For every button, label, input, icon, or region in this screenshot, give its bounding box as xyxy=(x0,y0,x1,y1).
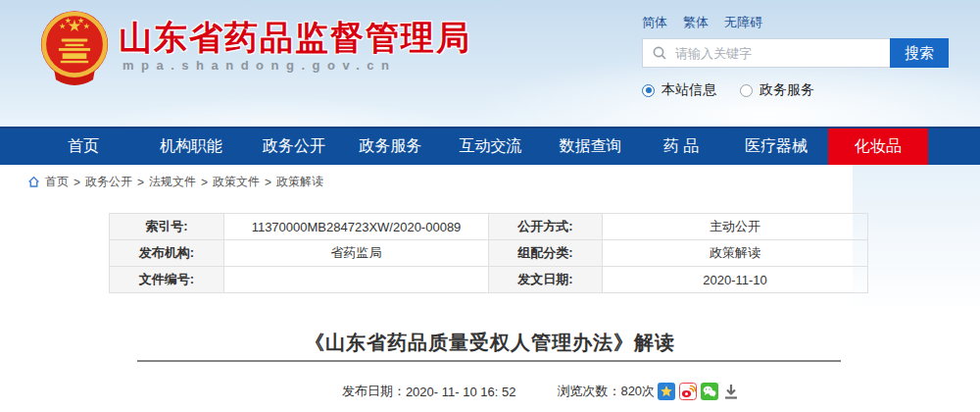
site-title: 山东省药品监督管理局 xyxy=(119,16,471,61)
link-accessibility[interactable]: 无障碍 xyxy=(724,14,762,31)
home-icon[interactable] xyxy=(27,176,40,188)
nav-item-drugs[interactable]: 药 品 xyxy=(638,129,724,165)
wechat-share-icon[interactable] xyxy=(701,383,718,400)
publish-date-label: 发布日期： xyxy=(342,383,406,400)
document-info-table: 索引号: 11370000MB284723XW/2020-00089 公开方式:… xyxy=(109,213,868,293)
nav-item-interaction[interactable]: 互动交流 xyxy=(438,129,543,165)
file-number-value xyxy=(224,267,489,293)
download-icon[interactable] xyxy=(722,383,740,400)
nav-item-home[interactable]: 首页 xyxy=(29,129,137,165)
views-value: 820次 xyxy=(620,383,655,400)
search-bar: 搜索 xyxy=(642,38,949,68)
radio-dot-icon xyxy=(740,84,753,97)
category-label: 组配分类: xyxy=(489,240,603,267)
index-number-value: 11370000MB284723XW/2020-00089 xyxy=(224,214,489,240)
radio-dot-selected-icon xyxy=(642,84,655,97)
radio-label: 政务服务 xyxy=(760,81,814,99)
table-row: 发布机构: 省药监局 组配分类: 政策解读 xyxy=(110,240,868,267)
table-row: 文件编号: 发文日期: 2020-11-10 xyxy=(110,267,868,293)
page: 山东省药品监督管理局 mpa.shandong.gov.cn 简体 繁体 无障碍… xyxy=(0,0,980,412)
site-url: mpa.shandong.gov.cn xyxy=(122,58,397,73)
nav-item-medical-devices[interactable]: 医疗器械 xyxy=(724,129,828,165)
language-links: 简体 繁体 无障碍 xyxy=(642,14,762,31)
article-meta: 发布日期： 2020- 11- 10 16: 52 浏览次数： 820次 xyxy=(0,383,980,400)
open-method-value: 主动公开 xyxy=(603,214,868,240)
issuing-agency-label: 发布机构: xyxy=(110,240,224,267)
national-emblem-icon xyxy=(39,8,110,90)
search-input[interactable] xyxy=(675,46,881,61)
weibo-share-icon[interactable] xyxy=(679,383,697,400)
breadcrumb-gov-open[interactable]: 政务公开 xyxy=(85,174,132,190)
open-method-label: 公开方式: xyxy=(489,214,603,240)
breadcrumb-policy-files[interactable]: 政策文件 xyxy=(213,174,260,190)
issue-date-value: 2020-11-10 xyxy=(603,267,868,293)
breadcrumb-separator: > xyxy=(265,176,271,189)
qzone-share-icon[interactable] xyxy=(658,383,675,400)
breadcrumb-separator: > xyxy=(201,176,208,189)
site-header: 山东省药品监督管理局 mpa.shandong.gov.cn 简体 繁体 无障碍… xyxy=(0,0,980,127)
title-divider xyxy=(137,360,841,362)
radio-label: 本站信息 xyxy=(662,81,716,99)
breadcrumb-separator: > xyxy=(137,176,144,189)
category-value: 政策解读 xyxy=(603,240,868,267)
search-button[interactable]: 搜索 xyxy=(890,38,949,68)
search-icon xyxy=(652,45,667,61)
table-row: 索引号: 11370000MB284723XW/2020-00089 公开方式:… xyxy=(110,214,868,240)
breadcrumb-home[interactable]: 首页 xyxy=(45,174,69,190)
nav-item-gov-open[interactable]: 政务公开 xyxy=(245,129,343,165)
breadcrumb: 首页 > 政务公开 > 法规文件 > 政策文件 > 政策解读 xyxy=(27,174,323,190)
main-nav: 首页 机构职能 政务公开 政务服务 互动交流 数据查询 药 品 医疗器械 化妆品 xyxy=(0,127,980,165)
breadcrumb-policy-interpretation[interactable]: 政策解读 xyxy=(276,174,323,190)
link-simplified[interactable]: 简体 xyxy=(642,14,667,31)
radio-gov-service[interactable]: 政务服务 xyxy=(740,81,814,99)
breadcrumb-regulations[interactable]: 法规文件 xyxy=(149,174,196,190)
article-title: 《山东省药品质量受权人管理办法》解读 xyxy=(0,330,980,356)
views-label: 浏览次数： xyxy=(557,383,620,400)
nav-item-gov-service[interactable]: 政务服务 xyxy=(343,129,438,165)
background-tint xyxy=(853,165,980,312)
issuing-agency-value: 省药监局 xyxy=(224,240,489,267)
radio-site-info[interactable]: 本站信息 xyxy=(642,81,716,99)
file-number-label: 文件编号: xyxy=(110,267,224,293)
search-input-wrap xyxy=(642,38,890,68)
nav-item-cosmetics[interactable]: 化妆品 xyxy=(828,129,928,165)
publish-date-value: 2020- 11- 10 16: 52 xyxy=(406,385,516,399)
share-icons xyxy=(658,383,740,400)
nav-item-data-query[interactable]: 数据查询 xyxy=(543,129,638,165)
index-number-label: 索引号: xyxy=(110,214,224,240)
issue-date-label: 发文日期: xyxy=(489,267,603,293)
breadcrumb-separator: > xyxy=(74,176,80,189)
search-scope-radios: 本站信息 政务服务 xyxy=(642,81,814,99)
link-traditional[interactable]: 繁体 xyxy=(683,14,709,31)
nav-item-functions[interactable]: 机构职能 xyxy=(137,129,245,165)
